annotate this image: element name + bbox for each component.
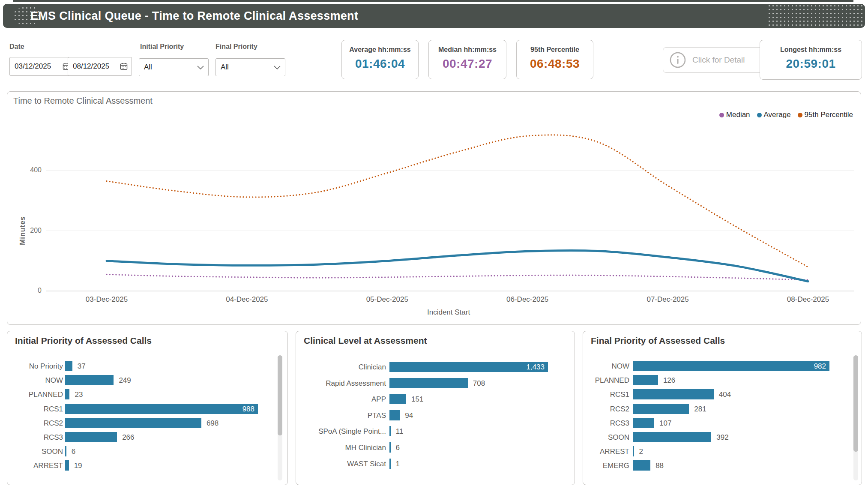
- kpi-card-average: Average hh:mm:ss 01:46:04: [341, 40, 419, 79]
- initial-priority-dropdown[interactable]: All: [139, 58, 209, 76]
- final-priority-value: All: [221, 63, 229, 72]
- bar-row: RCS1988: [7, 404, 277, 415]
- bar-category-label: SOON: [10, 447, 63, 456]
- bar-planned[interactable]: [65, 389, 69, 399]
- bar-spoa-single-point-[interactable]: [389, 426, 391, 436]
- x-tick-label: 07-Dec-2025: [638, 295, 698, 304]
- bar-value-label: 281: [694, 405, 706, 414]
- bar-category-label: RCS3: [10, 433, 63, 442]
- bar-category-label: RCS2: [10, 419, 63, 428]
- initial-priority-label: Initial Priority: [140, 43, 184, 51]
- bar-now[interactable]: [65, 375, 114, 385]
- bar-value-label: 126: [663, 376, 675, 385]
- bar-row: SPoA (Single Point...11: [296, 426, 566, 437]
- bar-category-label: Clinician: [299, 363, 386, 372]
- bar-category-label: No Priority: [10, 362, 63, 371]
- info-icon: [669, 51, 686, 69]
- bar-emerg[interactable]: [633, 460, 650, 471]
- line-chart-card: Time to Remote Clinical Assessment Media…: [7, 91, 861, 325]
- bar-value-label: 982: [805, 362, 826, 371]
- date-to-input[interactable]: 08/12/2025: [68, 57, 132, 76]
- bar-value-label: 19: [74, 462, 82, 470]
- bar-category-label: APP: [299, 395, 386, 404]
- chevron-down-icon: [274, 66, 281, 69]
- click-for-detail-label: Click for Detail: [692, 55, 745, 65]
- bar-row: MH Clinician6: [296, 442, 566, 453]
- kpi-median-value: 00:47:27: [429, 57, 506, 71]
- y-tick-label: 0: [16, 287, 42, 294]
- bar-category-label: RCS1: [586, 390, 629, 399]
- bar-row: EMERG88: [583, 460, 853, 471]
- bar-arrest[interactable]: [633, 446, 634, 456]
- bar-row: NOW249: [7, 375, 277, 386]
- bar-rcs3[interactable]: [633, 418, 654, 428]
- bar-row: PTAS94: [296, 410, 566, 421]
- kpi-median-label: Median hh:mm:ss: [429, 46, 506, 54]
- bar-category-label: SPoA (Single Point...: [299, 427, 386, 436]
- bar-value-label: 404: [719, 390, 731, 399]
- kpi-card-longest: Longest hh:mm:ss 20:59:01: [760, 40, 862, 80]
- kpi-longest-label: Longest hh:mm:ss: [760, 46, 862, 54]
- bar-rcs2[interactable]: [65, 418, 201, 428]
- bar-row: WAST Sicat1: [296, 459, 566, 470]
- bar-category-label: ARREST: [586, 447, 629, 456]
- app-header: EMS Clinical Queue - Time to Remote Clin…: [3, 4, 865, 28]
- bar-wast-sicat[interactable]: [389, 459, 391, 469]
- x-axis-label: Incident Start: [427, 308, 470, 317]
- bar-row: APP151: [296, 394, 566, 405]
- bar-row: Rapid Assessment708: [296, 378, 566, 389]
- bar-rapid-assessment[interactable]: [389, 378, 468, 388]
- bar-ptas[interactable]: [389, 410, 400, 420]
- kpi-average-value: 01:46:04: [342, 57, 418, 71]
- click-for-detail-button[interactable]: Click for Detail: [663, 47, 767, 73]
- bar-arrest[interactable]: [65, 460, 69, 471]
- bar-value-label: 249: [119, 376, 131, 385]
- bar-rcs1[interactable]: [633, 389, 714, 399]
- bar-app[interactable]: [389, 394, 406, 404]
- chevron-down-icon: [197, 66, 204, 69]
- bar-value-label: 23: [75, 390, 83, 399]
- bar-soon[interactable]: [633, 432, 711, 442]
- bar-planned[interactable]: [633, 375, 658, 385]
- kpi-longest-value: 20:59:01: [760, 57, 862, 71]
- final-priority-bar-card: Final Priority of Assessed Calls NOW982P…: [583, 331, 862, 485]
- bar-row: No Priority37: [7, 361, 277, 372]
- bar-category-label: NOW: [10, 376, 63, 385]
- bar-category-label: WAST Sicat: [299, 460, 386, 468]
- bar-rcs1[interactable]: [65, 404, 258, 414]
- date-from-input[interactable]: 03/12/2025: [9, 57, 75, 76]
- bar-row: SOON392: [583, 432, 853, 443]
- kpi-95th-label: 95th Percentile: [517, 46, 593, 54]
- line-chart-plot[interactable]: [7, 92, 862, 325]
- bar-category-label: RCS1: [10, 405, 63, 414]
- bar-value-label: 6: [396, 444, 400, 452]
- bar-value-label: 1,433: [523, 363, 545, 372]
- bar-category-label: PTAS: [299, 411, 386, 420]
- bar-now[interactable]: [633, 361, 829, 371]
- kpi-average-label: Average hh:mm:ss: [342, 46, 418, 54]
- bar-rcs2[interactable]: [633, 404, 689, 414]
- bar-row: Clinician1,433: [296, 362, 566, 373]
- series-line-95th-percentile[interactable]: [107, 135, 808, 267]
- bar-value-label: 151: [411, 395, 423, 404]
- y-tick-label: 400: [16, 166, 42, 174]
- header-dot-decoration-right: [767, 4, 865, 28]
- x-tick-label: 04-Dec-2025: [217, 295, 277, 304]
- bar-row: RCS2281: [583, 404, 853, 415]
- kpi-card-95th-percentile: 95th Percentile 06:48:53: [516, 40, 593, 79]
- bar-row: RCS1404: [583, 389, 853, 400]
- scrollbar-thumb[interactable]: [278, 355, 282, 435]
- series-line-median[interactable]: [107, 274, 808, 280]
- initial-priority-chart-title: Initial Priority of Assessed Calls: [15, 336, 152, 346]
- bar-category-label: Rapid Assessment: [299, 379, 386, 388]
- bar-category-label: PLANNED: [10, 390, 63, 399]
- final-priority-dropdown[interactable]: All: [216, 58, 285, 76]
- bar-mh-clinician[interactable]: [389, 442, 391, 453]
- bar-rcs3[interactable]: [65, 432, 117, 442]
- scrollbar-thumb[interactable]: [853, 355, 858, 452]
- bar-no-priority[interactable]: [65, 361, 72, 371]
- bar-soon[interactable]: [65, 446, 66, 456]
- calendar-icon: [120, 63, 128, 70]
- bar-value-label: 392: [716, 433, 728, 442]
- initial-priority-value: All: [144, 63, 152, 72]
